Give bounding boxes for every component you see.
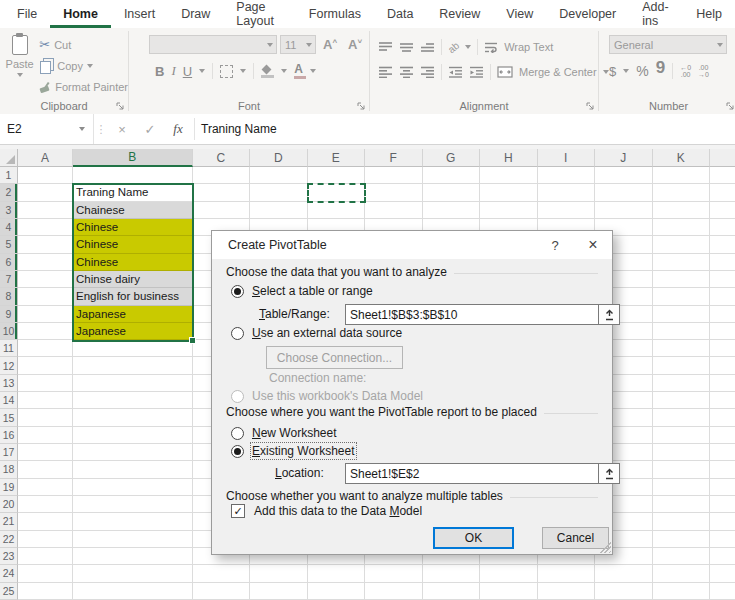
grid-cell[interactable] [710, 184, 735, 201]
row-header-9[interactable]: 9 [0, 306, 18, 323]
grid-cell[interactable] [193, 184, 251, 201]
grid-cell[interactable] [653, 236, 711, 253]
grid-cell[interactable] [73, 375, 193, 392]
grid-cell[interactable] [73, 548, 193, 565]
row-header-14[interactable]: 14 [0, 392, 18, 409]
grid-cell[interactable] [18, 202, 73, 219]
grid-cell[interactable] [480, 565, 538, 582]
grid-cell[interactable] [538, 184, 596, 201]
row-header-11[interactable]: 11 [0, 340, 18, 357]
tab-view[interactable]: View [493, 0, 546, 28]
grid-cell[interactable] [653, 202, 711, 219]
tab-review[interactable]: Review [426, 0, 493, 28]
grid-cell[interactable] [365, 167, 423, 184]
grid-cell[interactable] [710, 496, 735, 513]
number-dialog-launcher-icon[interactable] [725, 101, 735, 111]
grid-cell[interactable] [653, 219, 711, 236]
bold-button[interactable]: B [155, 64, 164, 79]
grid-cell[interactable] [18, 357, 73, 374]
radio-select-table-range[interactable]: Select a table or range [226, 283, 598, 299]
grid-cell[interactable] [18, 444, 73, 461]
orientation-icon[interactable]: ab [446, 39, 462, 55]
italic-button[interactable]: I [171, 63, 175, 79]
grid-cell[interactable] [710, 513, 735, 530]
dialog-close-button[interactable]: × [574, 231, 612, 259]
wrap-text-icon[interactable] [484, 41, 498, 53]
grid-cell[interactable] [73, 565, 193, 582]
grid-cell[interactable] [250, 202, 308, 219]
grid-cell[interactable] [653, 565, 711, 582]
grid-cell[interactable] [595, 202, 653, 219]
grid-cell[interactable] [250, 184, 308, 201]
decrease-decimal-button[interactable]: .00 →0 [698, 64, 709, 78]
grid-cell[interactable] [653, 531, 711, 548]
align-bottom-icon[interactable] [420, 41, 435, 53]
align-left-icon[interactable] [378, 66, 393, 78]
grid-cell[interactable] [73, 427, 193, 444]
column-header-g[interactable]: G [423, 149, 481, 167]
grid-cell[interactable] [193, 202, 251, 219]
grid-cell[interactable] [308, 167, 366, 184]
grid-cell[interactable] [710, 306, 735, 323]
grid-cell[interactable] [710, 392, 735, 409]
formula-bar-grip[interactable]: ⋮ [94, 114, 108, 144]
grid-cell[interactable] [653, 375, 711, 392]
collapse-dialog-button[interactable] [598, 463, 620, 484]
column-header-i[interactable]: I [538, 149, 596, 167]
grid-cell[interactable] [73, 392, 193, 409]
row-header-19[interactable]: 19 [0, 479, 18, 496]
grid-cell[interactable] [595, 167, 653, 184]
row-header-3[interactable]: 3 [0, 202, 18, 219]
grid-cell[interactable] [18, 496, 73, 513]
grid-cell[interactable] [18, 288, 73, 305]
radio-unselected-icon[interactable] [231, 327, 244, 340]
font-dialog-launcher-icon[interactable] [356, 101, 366, 111]
alignment-dialog-launcher-icon[interactable] [585, 101, 595, 111]
column-header-partial[interactable] [710, 149, 735, 167]
grid-cell[interactable] [653, 513, 711, 530]
row-header-20[interactable]: 20 [0, 496, 18, 513]
radio-external-source[interactable]: Use an external data source [226, 325, 598, 341]
name-box[interactable]: E2 [0, 114, 94, 144]
grid-cell[interactable] [710, 254, 735, 271]
grid-cell[interactable]: Chinse dairy [73, 271, 193, 288]
grid-cell[interactable] [193, 583, 251, 600]
grid-cell[interactable] [653, 340, 711, 357]
row-header-22[interactable]: 22 [0, 531, 18, 548]
borders-chevron-icon[interactable] [240, 69, 246, 73]
choose-connection-button[interactable]: Choose Connection... [266, 346, 403, 369]
grid-cell[interactable] [18, 583, 73, 600]
grid-cell[interactable] [73, 357, 193, 374]
grid-cell[interactable] [18, 427, 73, 444]
grid-cell[interactable]: Chinese [73, 236, 193, 253]
checkbox-checked-icon[interactable]: ✓ [231, 504, 245, 518]
grid-cell[interactable] [710, 357, 735, 374]
row-header-12[interactable]: 12 [0, 357, 18, 374]
tab-help[interactable]: Help [683, 0, 735, 28]
radio-unselected-icon[interactable] [231, 427, 244, 440]
radio-existing-worksheet[interactable]: Existing Worksheet [226, 443, 598, 459]
grid-cell[interactable] [710, 461, 735, 478]
grid-cell[interactable] [710, 167, 735, 184]
grid-cell[interactable] [18, 392, 73, 409]
align-right-icon[interactable] [420, 66, 435, 78]
grid-cell[interactable] [595, 565, 653, 582]
row-header-15[interactable]: 15 [0, 409, 18, 426]
grid-cell[interactable] [710, 548, 735, 565]
grid-cell[interactable] [18, 409, 73, 426]
grid-cell[interactable] [710, 479, 735, 496]
grid-cell[interactable] [653, 461, 711, 478]
row-header-7[interactable]: 7 [0, 271, 18, 288]
radio-selected-icon[interactable] [231, 285, 244, 298]
grid-cell[interactable] [480, 167, 538, 184]
grid-cell[interactable] [18, 513, 73, 530]
grid-cell[interactable] [18, 479, 73, 496]
tab-data[interactable]: Data [374, 0, 426, 28]
grid-cell[interactable]: Chainese [73, 202, 193, 219]
column-header-d[interactable]: D [250, 149, 308, 167]
row-header-13[interactable]: 13 [0, 375, 18, 392]
grid-cell[interactable] [653, 254, 711, 271]
grid-cell[interactable] [710, 375, 735, 392]
dialog-help-button[interactable]: ? [536, 231, 574, 259]
grid-cell[interactable] [250, 583, 308, 600]
